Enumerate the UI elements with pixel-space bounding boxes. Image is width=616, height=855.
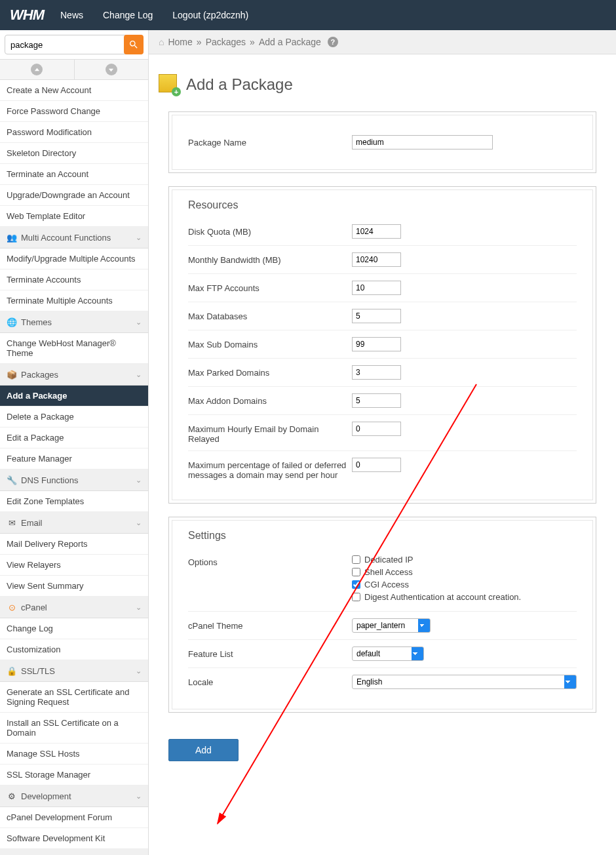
arrow-down-button[interactable] (75, 60, 149, 79)
sidebar-item[interactable]: Terminate Multiple Accounts (0, 290, 148, 311)
sidebar-item[interactable]: Web Template Editor (0, 206, 148, 227)
sidebar-item[interactable]: View Relayers (0, 555, 148, 576)
hourly-input[interactable] (352, 422, 401, 436)
sidebar-item[interactable]: Edit a Package (0, 428, 148, 448)
cpanel-icon: ⊙ (7, 602, 17, 612)
sidebar-item[interactable]: Skeleton Directory (0, 143, 148, 164)
help-icon[interactable]: ? (328, 37, 338, 47)
nav-logout[interactable]: Logout (zp2dcznh) (172, 10, 248, 20)
search-input[interactable] (5, 35, 126, 54)
nav-news[interactable]: News (60, 10, 83, 20)
sidebar-section-themes[interactable]: 🌐Themes ⌄ (0, 311, 148, 333)
sidebar-item[interactable]: Edit Zone Templates (0, 491, 148, 512)
breadcrumb-current: Add a Package (259, 37, 321, 47)
sidebar-item[interactable]: Change Log (0, 618, 148, 639)
arrow-up-icon (34, 67, 40, 73)
breadcrumb-packages[interactable]: Packages (206, 37, 246, 47)
package-name-input[interactable] (352, 135, 493, 149)
bandwidth-label: Monthly Bandwidth (MB) (188, 252, 352, 265)
chevron-down-icon: ⌄ (136, 792, 142, 801)
sidebar-section-email[interactable]: ✉Email ⌄ (0, 512, 148, 534)
sidebar-item[interactable]: View Sent Summary (0, 576, 148, 597)
locale-select[interactable]: English (352, 675, 577, 689)
sidebar-item[interactable]: Software Development Kit (0, 828, 148, 849)
ftp-input[interactable] (352, 281, 401, 295)
chevron-down-icon: ⌄ (136, 519, 142, 527)
hourly-label: Maximum Hourly Email by Domain Relayed (188, 422, 352, 444)
sidebar-item[interactable]: Terminate an Account (0, 164, 148, 185)
search-icon (128, 39, 139, 50)
sidebar-item[interactable]: Terminate Accounts (0, 269, 148, 290)
arrow-nav (0, 59, 148, 80)
digest-checkbox[interactable]: Digest Authentication at account creatio… (352, 592, 577, 602)
settings-title: Settings (172, 521, 592, 548)
sub-label: Max Sub Domains (188, 337, 352, 349)
shell-checkbox[interactable]: Shell Access (352, 567, 577, 577)
sidebar-section-label: Multi Account Functions (21, 233, 111, 243)
sidebar-section-packages[interactable]: 📦Packages ⌄ (0, 364, 148, 386)
feature-label: Feature List (188, 646, 352, 659)
page-title-wrap: + Add a Package (149, 54, 616, 111)
nav-changelog[interactable]: Change Log (103, 10, 153, 20)
db-label: Max Databases (188, 309, 352, 321)
sidebar-section-label: SSL/TLS (21, 666, 55, 676)
theme-select[interactable]: paper_lantern (352, 618, 431, 633)
package-name-panel: Package Name (168, 111, 596, 173)
ftp-label: Max FTP Accounts (188, 281, 352, 293)
cgi-checkbox[interactable]: CGI Access (352, 580, 577, 589)
db-input[interactable] (352, 309, 401, 323)
sidebar: Create a New Account Force Password Chan… (0, 30, 149, 855)
parked-input[interactable] (352, 365, 401, 380)
feature-select[interactable]: default (352, 646, 424, 661)
sidebar-section-cpanel[interactable]: ⊙cPanel ⌄ (0, 597, 148, 618)
page-title: Add a Package (186, 75, 293, 94)
disk-quota-label: Disk Quota (MB) (188, 224, 352, 237)
failed-input[interactable] (352, 458, 401, 472)
sidebar-item-add-package[interactable]: Add a Package (0, 386, 148, 407)
email-icon: ✉ (7, 517, 17, 528)
package-icon: 📦 (7, 369, 17, 380)
sidebar-section-label: Themes (21, 317, 52, 327)
add-button[interactable]: Add (168, 739, 239, 761)
bandwidth-input[interactable] (352, 252, 401, 267)
sidebar-item[interactable]: SSL Storage Manager (0, 765, 148, 785)
arrow-up-button[interactable] (0, 60, 75, 79)
sidebar-item[interactable]: Password Modification (0, 122, 148, 143)
dedicated-ip-checkbox[interactable]: Dedicated IP (352, 555, 577, 565)
main-content: ⌂ Home » Packages » Add a Package ? + Ad… (149, 30, 616, 855)
settings-panel: Settings Options Dedicated IP Shell Acce… (168, 517, 596, 713)
resources-title: Resources (172, 190, 592, 218)
sidebar-item[interactable]: Delete a Package (0, 407, 148, 428)
sidebar-item[interactable]: Force Password Change (0, 101, 148, 122)
search-button[interactable] (124, 35, 144, 54)
lock-icon: 🔒 (7, 666, 17, 676)
chevron-down-icon: ⌄ (136, 318, 142, 327)
sidebar-item[interactable]: Manage SSL Hosts (0, 744, 148, 765)
sidebar-item[interactable]: Create a New Account (0, 80, 148, 101)
parked-label: Max Parked Domains (188, 365, 352, 378)
sidebar-section-ssl[interactable]: 🔒SSL/TLS ⌄ (0, 660, 148, 682)
breadcrumb-home[interactable]: Home (168, 37, 192, 47)
sidebar-item[interactable]: Generate an SSL Certificate and Signing … (0, 682, 148, 713)
sidebar-section-multi[interactable]: 👥Multi Account Functions ⌄ (0, 227, 148, 249)
sub-input[interactable] (352, 337, 401, 351)
sidebar-section-dns[interactable]: 🔧DNS Functions ⌄ (0, 469, 148, 491)
sidebar-section-plugins[interactable]: 🔌Plugins ⌄ (0, 849, 148, 855)
sidebar-section-development[interactable]: ⚙Development ⌄ (0, 785, 148, 807)
arrow-down-icon (108, 67, 114, 73)
sidebar-item[interactable]: Install an SSL Certificate on a Domain (0, 713, 148, 744)
chevron-down-icon: ⌄ (136, 667, 142, 675)
chevron-down-icon: ⌄ (136, 233, 142, 242)
users-icon: 👥 (7, 232, 17, 243)
sidebar-item[interactable]: Change WebHost Manager® Theme (0, 333, 148, 364)
addon-input[interactable] (352, 393, 401, 408)
options-label: Options (188, 555, 352, 567)
sidebar-item[interactable]: cPanel Development Forum (0, 807, 148, 828)
resources-panel: Resources Disk Quota (MB) Monthly Bandwi… (168, 186, 596, 504)
disk-quota-input[interactable] (352, 224, 401, 239)
sidebar-item[interactable]: Modify/Upgrade Multiple Accounts (0, 249, 148, 269)
sidebar-item[interactable]: Upgrade/Downgrade an Account (0, 185, 148, 206)
sidebar-item[interactable]: Customization (0, 639, 148, 660)
sidebar-item[interactable]: Mail Delivery Reports (0, 534, 148, 555)
sidebar-item[interactable]: Feature Manager (0, 448, 148, 469)
